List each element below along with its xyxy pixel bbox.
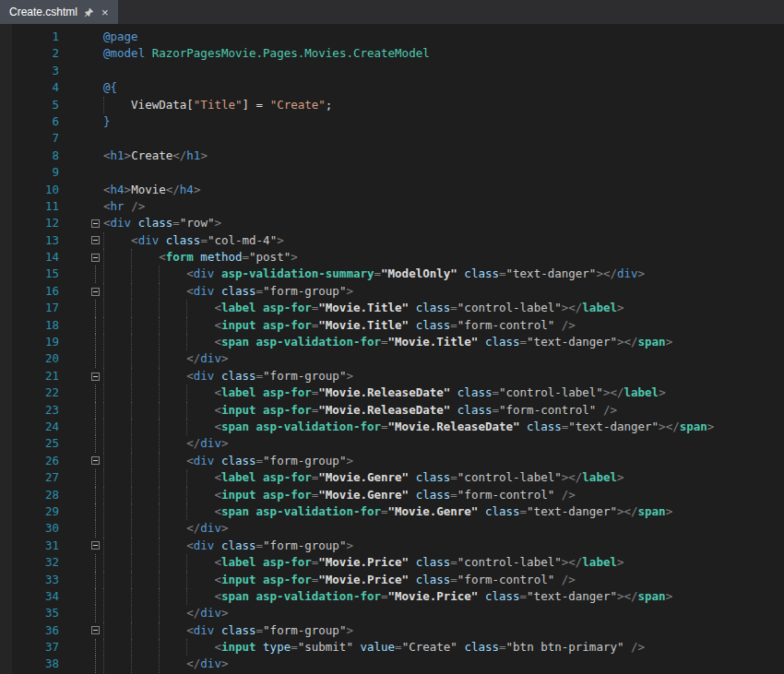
code-line[interactable]: 4@{ [0, 79, 784, 96]
indent-guide [159, 350, 186, 367]
indent-guide [131, 538, 159, 554]
code-line[interactable]: 19<span asp-validation-for="Movie.Title"… [0, 334, 784, 350]
code-line[interactable]: 11<hr /> [0, 198, 784, 215]
indent-guide [186, 300, 214, 316]
code-line[interactable]: 34<span asp-validation-for="Movie.Price"… [0, 588, 784, 605]
indent-guide [103, 402, 131, 419]
fold-region-line [95, 334, 96, 350]
indent-guide [103, 300, 131, 316]
line-number: 26 [0, 453, 70, 469]
outlining-margin [70, 419, 101, 435]
fold-region-line [95, 350, 96, 367]
code-line[interactable]: 38</div> [0, 656, 784, 672]
code-line[interactable]: 28<input asp-for="Movie.Genre" class="fo… [0, 487, 784, 503]
fold-collapse-icon[interactable] [91, 254, 100, 262]
code-line[interactable]: 20</div> [0, 350, 784, 367]
outlining-margin [70, 520, 101, 537]
code-line[interactable]: 16<div class="form-group"> [0, 283, 784, 300]
outlining-margin [70, 29, 101, 45]
code-line[interactable]: 25</div> [0, 435, 784, 452]
indent-guide [103, 317, 131, 334]
line-number: 15 [0, 266, 70, 282]
code-line[interactable]: 21<div class="form-group"> [0, 368, 784, 384]
outlining-margin[interactable] [70, 538, 101, 554]
indent-guide [186, 588, 214, 605]
code-line[interactable]: 26<div class="form-group"> [0, 453, 784, 469]
code-line[interactable]: 33<input asp-for="Movie.Price" class="fo… [0, 572, 784, 588]
code-line[interactable]: 24<span asp-validation-for="Movie.Releas… [0, 419, 784, 435]
line-number: 1 [0, 29, 70, 45]
indent-guide [131, 622, 159, 639]
indent-guide [159, 605, 186, 621]
fold-collapse-icon[interactable] [91, 219, 100, 228]
code-line[interactable]: 2@model RazorPagesMovie.Pages.Movies.Cre… [0, 45, 784, 62]
code-line[interactable]: 6} [0, 113, 784, 130]
line-number: 17 [0, 300, 70, 316]
line-number: 13 [0, 232, 70, 249]
outlining-margin [70, 435, 101, 452]
indent-guide [131, 639, 159, 656]
code-line[interactable]: 35</div> [0, 605, 784, 621]
line-number: 31 [0, 538, 70, 554]
code-line[interactable]: 32<label asp-for="Movie.Price" class="co… [0, 554, 784, 571]
fold-collapse-icon[interactable] [91, 541, 100, 550]
outlining-margin[interactable] [70, 232, 101, 249]
fold-region-line [95, 487, 96, 503]
line-number: 19 [0, 334, 70, 350]
outlining-margin[interactable] [70, 283, 101, 300]
close-icon[interactable]: × [101, 6, 110, 18]
fold-region-line [95, 656, 96, 672]
indent-guide [103, 469, 131, 486]
document-tab[interactable]: Create.cshtml × [0, 0, 118, 24]
code-line[interactable]: 10<h4>Movie</h4> [0, 182, 784, 198]
code-editor[interactable]: 1@page2@model RazorPagesMovie.Pages.Movi… [0, 24, 784, 674]
pin-icon[interactable] [84, 7, 94, 18]
code-line[interactable]: 23<input asp-for="Movie.ReleaseDate" cla… [0, 402, 784, 419]
code-line[interactable]: 22<label asp-for="Movie.ReleaseDate" cla… [0, 384, 784, 401]
code-line[interactable]: 5ViewData["Title"] = "Create"; [0, 97, 784, 113]
code-line[interactable]: 8<h1>Create</h1> [0, 148, 784, 164]
code-line[interactable]: 31<div class="form-group"> [0, 538, 784, 554]
outlining-margin[interactable] [70, 622, 101, 639]
line-number: 23 [0, 402, 70, 419]
code-line[interactable]: 1@page [0, 29, 784, 45]
line-number: 36 [0, 622, 70, 639]
indent-guide [159, 266, 186, 282]
code-line[interactable]: 30</div> [0, 520, 784, 537]
code-line[interactable]: 9 [0, 164, 784, 181]
outlining-margin [70, 266, 101, 282]
code-line[interactable]: 18<input asp-for="Movie.Title" class="fo… [0, 317, 784, 334]
indent-guide [159, 622, 186, 639]
fold-collapse-icon[interactable] [91, 372, 100, 381]
code-line[interactable]: 17<label asp-for="Movie.Title" class="co… [0, 300, 784, 316]
code-line[interactable]: 12<div class="row"> [0, 215, 784, 231]
code-line[interactable]: 7 [0, 130, 784, 147]
indent-guide [131, 572, 159, 588]
indent-guide [159, 453, 186, 469]
outlining-margin[interactable] [70, 368, 101, 384]
code-line[interactable]: 36<div class="form-group"> [0, 622, 784, 639]
fold-collapse-icon[interactable] [91, 456, 100, 465]
code-line[interactable]: 27<label asp-for="Movie.Genre" class="co… [0, 469, 784, 486]
outlining-margin[interactable] [70, 453, 101, 469]
code-line[interactable]: 14<form method="post"> [0, 249, 784, 266]
fold-collapse-icon[interactable] [91, 236, 100, 244]
outlining-margin [70, 384, 101, 401]
indent-guide [159, 588, 186, 605]
line-number: 34 [0, 588, 70, 605]
indent-guide [131, 249, 159, 266]
outlining-margin[interactable] [70, 215, 101, 231]
code-line[interactable]: 37<input type="submit" value="Create" cl… [0, 639, 784, 656]
fold-collapse-icon[interactable] [91, 288, 100, 296]
code-line[interactable]: 13<div class="col-md-4"> [0, 232, 784, 249]
fold-collapse-icon[interactable] [91, 626, 100, 634]
code-line[interactable]: 15<div asp-validation-summary="ModelOnly… [0, 266, 784, 282]
code-line[interactable]: 3 [0, 63, 784, 79]
indent-guide [131, 419, 159, 435]
line-number: 4 [0, 79, 70, 96]
code-line[interactable]: 29<span asp-validation-for="Movie.Genre"… [0, 503, 784, 520]
indent-guide [159, 503, 186, 520]
outlining-margin [70, 63, 101, 79]
outlining-margin[interactable] [70, 249, 101, 266]
indent-guide [103, 639, 131, 656]
